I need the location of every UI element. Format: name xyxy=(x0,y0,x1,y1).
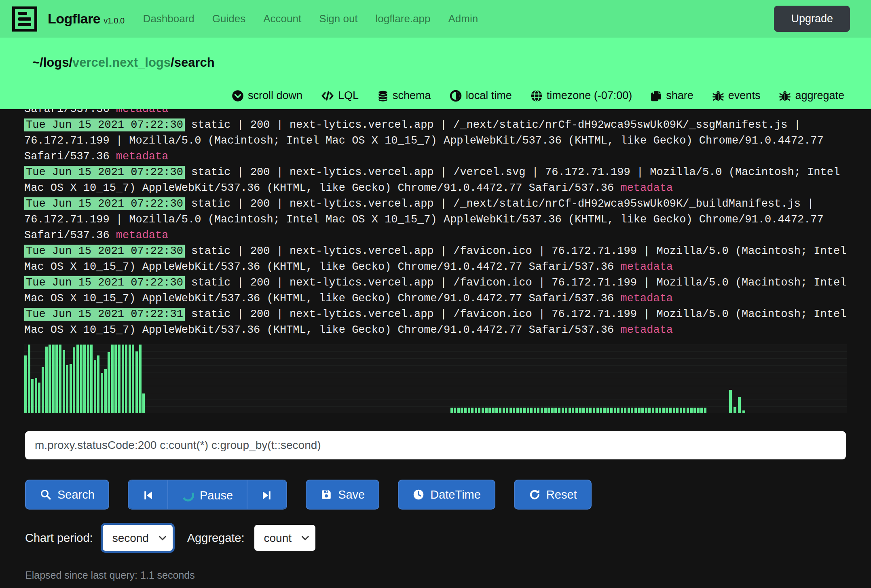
tool-share[interactable]: share xyxy=(651,89,693,102)
metadata-link[interactable]: metadata xyxy=(620,261,673,273)
chart-bar xyxy=(70,364,72,413)
chart-bar xyxy=(603,408,606,413)
chart-bar xyxy=(97,355,99,413)
chart-bar xyxy=(63,350,65,413)
nav-link-logflare-app[interactable]: logflare.app xyxy=(376,13,431,25)
chart-bar xyxy=(680,408,682,413)
bug-icon xyxy=(712,90,724,102)
metadata-link[interactable]: metadata xyxy=(116,229,169,241)
tool-schema[interactable]: schema xyxy=(377,89,431,102)
chart-bar xyxy=(122,345,124,413)
reset-button[interactable]: Reset xyxy=(514,480,592,510)
chart-bar xyxy=(662,408,665,413)
chart-bar xyxy=(641,408,644,413)
aggregate-select[interactable]: count xyxy=(254,525,315,551)
chart-bar xyxy=(569,408,571,413)
chart-bar xyxy=(450,408,453,413)
playback-button-group: Pause xyxy=(128,480,287,510)
chart-bar xyxy=(554,408,557,413)
tool-local-time[interactable]: local time xyxy=(450,89,512,102)
breadcrumb-prefix: ~/logs/ xyxy=(32,55,72,70)
chart-bar xyxy=(457,408,460,413)
chart-bar xyxy=(42,367,44,413)
save-button[interactable]: Save xyxy=(306,480,379,510)
chart-bar xyxy=(111,345,114,413)
skip-backward-icon xyxy=(142,490,154,501)
nav-link-dashboard[interactable]: Dashboard xyxy=(143,13,194,25)
aggregate-label: Aggregate: xyxy=(187,531,245,545)
bug-icon xyxy=(779,90,791,102)
chart-bar xyxy=(55,345,58,413)
tool-events[interactable]: events xyxy=(712,89,761,102)
chart-bar xyxy=(565,408,567,413)
chart-bar xyxy=(520,408,522,413)
chart-bar xyxy=(49,345,51,413)
chart-bar xyxy=(509,408,512,413)
query-input[interactable] xyxy=(25,431,846,459)
chart-bar-cluster xyxy=(24,345,145,413)
metadata-link[interactable]: metadata xyxy=(116,150,169,163)
pause-button[interactable]: Pause xyxy=(167,480,247,510)
chart-bar xyxy=(655,408,658,413)
chart-bar xyxy=(45,347,48,413)
chart-bar xyxy=(729,390,732,413)
chart-bar xyxy=(108,352,110,413)
logflare-logo-icon[interactable] xyxy=(12,6,37,32)
circle-chevron-down-icon xyxy=(232,90,244,102)
tool-scroll-down[interactable]: scroll down xyxy=(232,89,302,102)
chart-bar xyxy=(139,345,142,413)
nav-link-sign-out[interactable]: Sign out xyxy=(319,13,357,25)
clock-icon xyxy=(412,489,425,501)
nav-link-account[interactable]: Account xyxy=(263,13,301,25)
chart-bar xyxy=(471,408,474,413)
tool-lql[interactable]: LQL xyxy=(321,89,359,102)
chart-bar xyxy=(669,408,672,413)
breadcrumb-source-link[interactable]: vercel.next_logs xyxy=(72,55,171,70)
chart-bar xyxy=(558,408,560,413)
nav-link-admin[interactable]: Admin xyxy=(448,13,478,25)
metadata-link[interactable]: metadata xyxy=(620,292,673,305)
chart-bar xyxy=(537,408,539,413)
chart-bar xyxy=(94,360,96,413)
chart-bar xyxy=(593,408,595,413)
chart-bar xyxy=(101,373,103,413)
skip-backward-button[interactable] xyxy=(129,480,167,510)
timestamp-chip: Tue Jun 15 2021 07:22:30 xyxy=(24,166,185,179)
tool-label: share xyxy=(666,89,693,102)
log-entry: Tue Jun 15 2021 07:22:30 static | 200 | … xyxy=(24,275,851,307)
tool-timezone-07-00-[interactable]: timezone (-07:00) xyxy=(531,89,632,102)
chart-bar xyxy=(638,408,641,413)
chart-bar xyxy=(734,407,736,413)
chart-bar xyxy=(541,408,543,413)
tool-aggregate[interactable]: aggregate xyxy=(779,89,844,102)
log-entry: Tue Jun 15 2021 07:22:30 static | 200 | … xyxy=(24,165,851,196)
tool-label: events xyxy=(728,89,761,102)
upgrade-button[interactable]: Upgrade xyxy=(774,6,850,32)
chart-bar xyxy=(28,345,30,413)
chart-bar xyxy=(464,408,467,413)
search-button[interactable]: Search xyxy=(25,480,109,510)
chart-bar xyxy=(475,408,477,413)
log-entry: Tue Jun 15 2021 07:22:30 static | 200 | … xyxy=(24,117,851,165)
chart-bar xyxy=(544,408,547,413)
chart-bar xyxy=(129,345,131,413)
datetime-button[interactable]: DateTime xyxy=(398,480,495,510)
tool-label: aggregate xyxy=(795,89,844,102)
chart-period-select[interactable]: second xyxy=(103,525,173,551)
nav-link-guides[interactable]: Guides xyxy=(212,13,245,25)
histogram-plot xyxy=(24,345,847,413)
skip-forward-button[interactable] xyxy=(247,480,286,510)
metadata-link[interactable]: metadata xyxy=(620,324,673,336)
metadata-link[interactable]: metadata xyxy=(116,109,169,115)
metadata-link[interactable]: metadata xyxy=(620,182,673,194)
chart-bar xyxy=(513,408,515,413)
chart-bar xyxy=(499,408,501,413)
chart-bar xyxy=(600,408,602,413)
chart-bar xyxy=(697,408,700,413)
chart-period-select-wrap: second xyxy=(103,525,173,551)
tool-label: scroll down xyxy=(248,89,302,102)
chart-bar xyxy=(482,408,484,413)
chart-bar xyxy=(575,408,578,413)
chart-bar xyxy=(614,408,616,413)
tool-label: LQL xyxy=(338,89,359,102)
